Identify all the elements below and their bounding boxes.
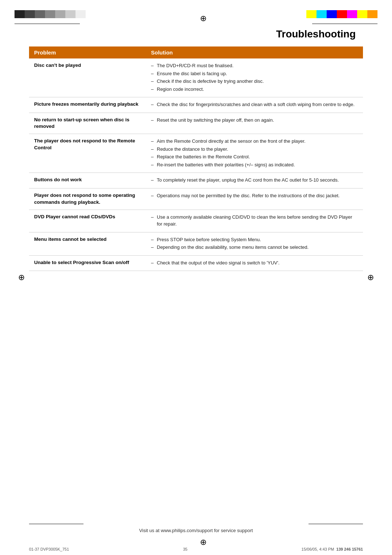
bottom-page-num: 35 (183, 547, 187, 551)
bottom-date: 15/06/05, 4:43 PM 139 246 15761 (302, 547, 363, 551)
solution-item: Replace the batteries in the Remote Cont… (151, 153, 358, 161)
table-row: No return to start-up screen when disc i… (29, 113, 363, 134)
solution-cell: Check that the output of the video signa… (146, 255, 363, 271)
solution-item: Region code incorrect. (151, 86, 358, 93)
solution-item: Operations may not be permitted by the d… (151, 192, 358, 199)
color-block (55, 10, 65, 18)
solution-item: Re-insert the batteries with their polar… (151, 161, 358, 169)
solution-item: The DVD+R/CD-R must be finalised. (151, 62, 358, 69)
color-block (337, 10, 347, 18)
cross-top-center: ⊕ (200, 14, 207, 23)
solution-cell: The DVD+R/CD-R must be finalised.Ensure … (146, 58, 363, 97)
table-row: Disc can't be playedThe DVD+R/CD-R must … (29, 58, 363, 97)
color-block (25, 10, 35, 18)
color-block (357, 10, 367, 18)
cross-right-mid: ⊕ (367, 273, 374, 282)
solution-cell: Operations may not be permitted by the d… (146, 188, 363, 210)
bottom-info-bar: 01-37 DVP3005K_751 35 15/06/05, 4:43 PM … (29, 547, 363, 551)
top-divider-left (15, 24, 80, 24)
table-row: Menu items cannot be selectedPress STOP … (29, 232, 363, 255)
solution-item: Check that the output of the video signa… (151, 259, 358, 267)
solution-cell: Reset the unit by switching the player o… (146, 113, 363, 134)
table-row: DVD Player cannot read CDs/DVDsUse a com… (29, 210, 363, 232)
color-bar-right (306, 10, 377, 18)
color-block (317, 10, 327, 18)
page-content: Troubleshooting Problem Solution Disc ca… (0, 25, 392, 304)
solution-item: Check if the disc is defective by trying… (151, 78, 358, 85)
problem-cell: The player does not respond to the Remot… (29, 134, 146, 173)
solution-cell: To completely reset the player, unplug t… (146, 173, 363, 189)
solution-item: Ensure the disc label is facing up. (151, 70, 358, 77)
table-row: Buttons do not workTo completely reset t… (29, 173, 363, 189)
troubleshooting-table: Problem Solution Disc can't be playedThe… (29, 46, 363, 271)
problem-cell: Player does not respond to some operatin… (29, 188, 146, 210)
solution-item: Check the disc for fingerprints/scratche… (151, 101, 358, 108)
problem-header: Problem (29, 46, 146, 58)
solution-item: Press STOP twice before selecting System… (151, 236, 358, 243)
bottom-left-divider (29, 524, 83, 524)
bottom-right-divider (309, 524, 363, 524)
problem-cell: Picture freezes momentarily during playb… (29, 97, 146, 113)
color-block (45, 10, 55, 18)
solution-item: Reset the unit by switching the player o… (151, 117, 358, 124)
solution-cell: Check the disc for fingerprints/scratche… (146, 97, 363, 113)
bottom-doc-ref: 01-37 DVP3005K_751 (29, 547, 69, 551)
solution-item: Reduce the distance to the player. (151, 146, 358, 153)
color-block (327, 10, 337, 18)
solution-item: Aim the Remote Control directly at the s… (151, 138, 358, 145)
top-bar (0, 0, 392, 22)
top-divider-right (312, 24, 377, 24)
color-block (65, 10, 75, 18)
footer-text: Visit us at www.philips.com/support for … (139, 528, 253, 533)
solution-item: Depending on the disc availability, some… (151, 244, 358, 251)
solution-item: To completely reset the player, unplug t… (151, 177, 358, 184)
solution-item: Use a commonly available cleaning CD/DVD… (151, 214, 358, 228)
top-dividers (0, 22, 392, 24)
page-title: Troubleshooting (29, 28, 363, 40)
footer: Visit us at www.philips.com/support for … (0, 527, 392, 533)
table-header-row: Problem Solution (29, 46, 363, 58)
color-block (347, 10, 357, 18)
color-block (306, 10, 317, 18)
problem-cell: Disc can't be played (29, 58, 146, 97)
problem-cell: DVD Player cannot read CDs/DVDs (29, 210, 146, 232)
solution-cell: Aim the Remote Control directly at the s… (146, 134, 363, 173)
color-bar-left (15, 10, 86, 18)
cross-left-mid: ⊕ (18, 273, 25, 282)
solution-cell: Press STOP twice before selecting System… (146, 232, 363, 255)
color-block (367, 10, 377, 18)
problem-cell: No return to start-up screen when disc i… (29, 113, 146, 134)
table-row: Unable to select Progressive Scan on/off… (29, 255, 363, 271)
problem-cell: Unable to select Progressive Scan on/off (29, 255, 146, 271)
table-row: Picture freezes momentarily during playb… (29, 97, 363, 113)
problem-cell: Buttons do not work (29, 173, 146, 189)
problem-cell: Menu items cannot be selected (29, 232, 146, 255)
table-row: Player does not respond to some operatin… (29, 188, 363, 210)
color-block (15, 10, 25, 18)
cross-bottom-center: ⊕ (200, 538, 207, 547)
table-row: The player does not respond to the Remot… (29, 134, 363, 173)
solution-cell: Use a commonly available cleaning CD/DVD… (146, 210, 363, 232)
color-block (75, 10, 86, 18)
color-block (35, 10, 45, 18)
solution-header: Solution (146, 46, 363, 58)
